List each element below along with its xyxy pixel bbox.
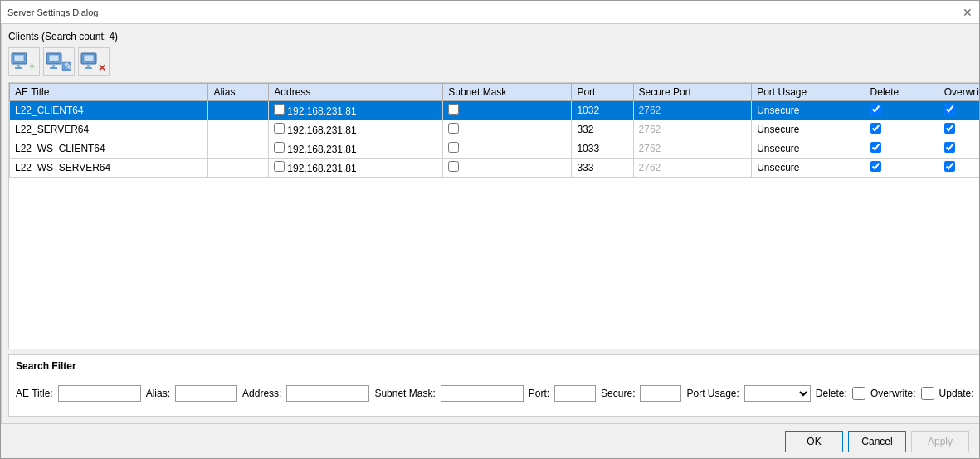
ae-title-cell: L22_CLIENT64 (10, 101, 208, 120)
title-bar: Server Settings Dialog ✕ (1, 1, 979, 24)
ae-title-cell: L22_SERVER64 (10, 120, 208, 139)
svg-text:✕: ✕ (98, 62, 106, 73)
svg-text:✎: ✎ (64, 61, 72, 72)
port-usage-filter-select[interactable]: Unsecure Secure (744, 385, 811, 402)
secure-port-cell: 2762 (633, 101, 752, 120)
dialog-body: ▼ DICOM Server Settings Client Configura… (1, 24, 979, 423)
overwrite-filter-checkbox[interactable] (921, 387, 934, 400)
delete-cell (865, 139, 939, 159)
delete-cell (865, 159, 939, 178)
address-cell: 192.168.231.81 (269, 101, 443, 120)
svg-rect-13 (87, 64, 90, 67)
port-usage-cell: Unsecure (752, 139, 865, 159)
table-scroll[interactable]: AE Title Alias Address Subnet Mask Port … (9, 83, 979, 349)
alias-cell (208, 120, 269, 139)
filter-row: AE Title: Alias: Address: Subnet Mask: P… (16, 375, 979, 411)
delete-filter-checkbox[interactable] (852, 387, 865, 400)
address-cell: 192.168.231.81 (269, 139, 443, 159)
ok-button[interactable]: OK (785, 431, 843, 452)
add-client-icon: + (11, 50, 37, 73)
search-filter: Search Filter AE Title: Alias: Address: … (8, 354, 979, 417)
col-port-usage: Port Usage (752, 84, 865, 101)
apply-button[interactable]: Apply (911, 431, 969, 452)
table-row[interactable]: L22_WS_SERVER64192.168.231.813332762Unse… (10, 159, 980, 178)
col-ae-title: AE Title (10, 84, 208, 101)
svg-rect-2 (17, 64, 20, 67)
filter-title: Search Filter (16, 360, 979, 372)
clients-table: AE Title Alias Address Subnet Mask Port … (9, 83, 979, 178)
update-filter-label: Update: (939, 388, 974, 399)
port-cell: 1033 (572, 139, 633, 159)
svg-rect-14 (85, 67, 92, 69)
overwrite-cell (939, 139, 979, 159)
col-alias: Alias (208, 84, 269, 101)
ae-title-filter-input[interactable] (58, 385, 141, 402)
ae-title-filter-label: AE Title: (16, 388, 53, 399)
svg-rect-6 (49, 55, 59, 61)
edit-client-button[interactable]: ✎ (43, 47, 75, 76)
secure-filter-input[interactable] (640, 385, 681, 402)
add-client-button[interactable]: + (8, 47, 40, 76)
subnet-mask-filter-input[interactable] (441, 385, 524, 402)
address-filter-input[interactable] (286, 385, 369, 402)
port-cell: 1032 (572, 101, 633, 120)
col-address: Address (269, 84, 443, 101)
port-cell: 332 (572, 120, 633, 139)
subnet-mask-cell (443, 139, 572, 159)
ae-title-cell: L22_WS_SERVER64 (10, 159, 208, 178)
delete-cell (865, 101, 939, 120)
section-title: Clients (Search count: 4) (8, 31, 979, 42)
svg-rect-7 (52, 64, 55, 67)
port-usage-cell: Unsecure (752, 159, 865, 178)
bottom-bar: OK Cancel Apply (1, 423, 979, 458)
ae-title-cell: L22_WS_CLIENT64 (10, 139, 208, 159)
svg-rect-12 (84, 55, 94, 61)
address-cell: 192.168.231.81 (269, 120, 443, 139)
table-header: AE Title Alias Address Subnet Mask Port … (10, 84, 980, 101)
delete-client-icon: ✕ (80, 50, 107, 73)
dialog-title: Server Settings Dialog (7, 7, 98, 17)
delete-filter-label: Delete: (816, 388, 847, 399)
subnet-mask-cell (443, 159, 572, 178)
table-body: L22_CLIENT64192.168.231.8110322762Unsecu… (10, 101, 980, 178)
port-filter-label: Port: (529, 388, 549, 399)
overwrite-cell (939, 120, 979, 139)
col-secure-port: Secure Port (633, 84, 752, 101)
alias-cell (208, 101, 269, 120)
delete-client-button[interactable]: ✕ (78, 47, 110, 76)
svg-rect-3 (15, 67, 22, 69)
alias-cell (208, 159, 269, 178)
subnet-mask-cell (443, 120, 572, 139)
port-usage-cell: Unsecure (752, 101, 865, 120)
svg-rect-8 (50, 67, 57, 69)
main-content: Clients (Search count: 4) + (2, 24, 979, 423)
delete-cell (865, 120, 939, 139)
alias-filter-input[interactable] (175, 385, 237, 402)
svg-rect-1 (14, 55, 24, 61)
overwrite-filter-label: Overwrite: (870, 388, 916, 399)
overwrite-cell (939, 159, 979, 178)
address-cell: 192.168.231.81 (269, 159, 443, 178)
table-row[interactable]: L22_WS_CLIENT64192.168.231.8110332762Uns… (10, 139, 980, 159)
alias-filter-label: Alias: (146, 388, 170, 399)
col-port: Port (572, 84, 633, 101)
secure-port-cell: 2762 (633, 159, 752, 178)
edit-client-icon: ✎ (46, 50, 72, 73)
secure-port-cell: 2762 (633, 120, 752, 139)
table-row[interactable]: L22_SERVER64192.168.231.813322762Unsecur… (10, 120, 980, 139)
col-subnet-mask: Subnet Mask (443, 84, 572, 101)
port-filter-input[interactable] (554, 385, 596, 402)
clients-table-area: AE Title Alias Address Subnet Mask Port … (8, 82, 979, 349)
svg-text:+: + (29, 61, 35, 72)
close-button[interactable]: ✕ (963, 6, 973, 19)
col-overwrite: Overwrite (939, 84, 979, 101)
server-settings-dialog: Server Settings Dialog ✕ ▼ DICOM Server … (0, 0, 980, 459)
secure-filter-label: Secure: (601, 388, 635, 399)
cancel-button[interactable]: Cancel (848, 431, 906, 452)
port-usage-cell: Unsecure (752, 120, 865, 139)
toolbar: + ✎ (8, 47, 979, 76)
table-row[interactable]: L22_CLIENT64192.168.231.8110322762Unsecu… (10, 101, 980, 120)
address-filter-label: Address: (242, 388, 281, 399)
overwrite-cell (939, 101, 979, 120)
port-cell: 333 (572, 159, 633, 178)
